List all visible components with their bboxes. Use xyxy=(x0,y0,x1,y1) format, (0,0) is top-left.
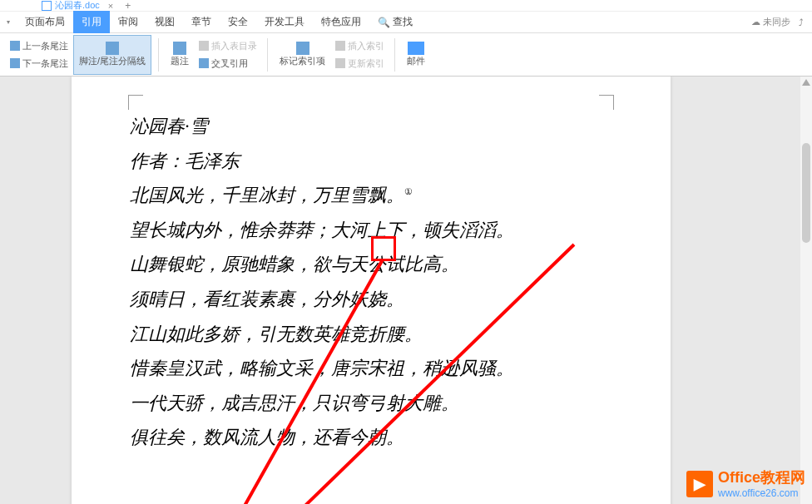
doc-name: 沁园春.doc xyxy=(55,0,100,12)
menu-security[interactable]: 安全 xyxy=(220,11,256,33)
document-page[interactable]: 沁园春·雪 作者：毛泽东 北国风光，千里冰封，万里雪飘。① 望长城内外，惟余莽莽… xyxy=(72,77,671,504)
scroll-thumb[interactable] xyxy=(802,143,810,243)
doc-line: 江山如此多娇，引无数英雄竞折腰。 xyxy=(130,318,612,351)
insert-index-icon xyxy=(335,41,345,51)
doc-line: 北国风光，千里冰封，万里雪飘。① xyxy=(130,179,612,212)
ribbon-separator xyxy=(158,38,159,72)
doc-line: 须晴日，看红装素裹，分外妖娆。 xyxy=(130,283,612,316)
share-icon[interactable]: ⤴ xyxy=(799,17,804,27)
ribbon-separator xyxy=(394,38,395,72)
document-tab[interactable]: 沁园春.doc × xyxy=(42,0,113,12)
caption-icon xyxy=(173,42,186,55)
menu-page-layout[interactable]: 页面布局 xyxy=(17,11,73,33)
sync-status[interactable]: ☁ 未同步 xyxy=(751,16,790,28)
document-content[interactable]: 沁园春·雪 作者：毛泽东 北国风光，千里冰封，万里雪飘。① 望长城内外，惟余莽莽… xyxy=(130,110,612,454)
doc-author: 作者：毛泽东 xyxy=(130,145,612,178)
insert-toc-button[interactable]: 插入表目录 xyxy=(196,38,260,54)
menu-dropdown-icon[interactable]: ▾ xyxy=(0,18,17,26)
status-right: ☁ 未同步 ⤴ xyxy=(751,16,812,28)
margin-corner-tl xyxy=(128,95,143,110)
mail-button[interactable]: 邮件 xyxy=(402,35,430,75)
prev-endnote-button[interactable]: 上一条尾注 xyxy=(7,38,72,54)
search-icon: 🔍 xyxy=(378,17,390,28)
toc-icon xyxy=(199,41,209,51)
doc-icon xyxy=(42,1,52,11)
footnote-separator-button[interactable]: 脚注/尾注分隔线 xyxy=(73,35,151,75)
update-index-icon xyxy=(335,58,345,68)
cross-ref-button[interactable]: 交叉引用 xyxy=(196,56,260,72)
annotation-box-1 xyxy=(371,236,396,261)
title-bar: 沁园春.doc × + xyxy=(0,0,812,12)
tab-close-icon[interactable]: × xyxy=(108,1,113,11)
footnote-mark-inline[interactable]: ① xyxy=(404,186,413,196)
menu-special[interactable]: 特色应用 xyxy=(313,11,369,33)
vertical-scrollbar[interactable] xyxy=(800,77,812,504)
watermark-url: www.office26.com xyxy=(718,487,805,499)
doc-line: 俱往矣，数风流人物，还看今朝。 xyxy=(130,421,612,454)
menu-view[interactable]: 视图 xyxy=(146,11,183,33)
doc-line: 惜秦皇汉武，略输文采，唐宗宋祖，稍逊风骚。 xyxy=(130,352,612,385)
mail-icon xyxy=(408,42,424,55)
watermark-title: Office教程网 xyxy=(718,469,805,487)
doc-title: 沁园春·雪 xyxy=(130,110,612,143)
editor-area: 沁园春·雪 作者：毛泽东 北国风光，千里冰封，万里雪飘。① 望长城内外，惟余莽莽… xyxy=(0,77,812,504)
menu-references[interactable]: 引用 xyxy=(73,11,110,33)
menu-devtools[interactable]: 开发工具 xyxy=(256,11,313,33)
menu-bar: ▾ 页面布局 引用 审阅 视图 章节 安全 开发工具 特色应用 🔍 查找 ☁ 未… xyxy=(0,12,812,33)
menu-review[interactable]: 审阅 xyxy=(110,11,146,33)
new-tab-button[interactable]: + xyxy=(125,0,131,12)
ribbon-group-caption: 题注 插入表目录 交叉引用 xyxy=(162,33,264,76)
caption-button[interactable]: 题注 xyxy=(166,35,194,75)
ribbon-group-mail: 邮件 xyxy=(399,33,433,76)
menu-chapter[interactable]: 章节 xyxy=(183,11,220,33)
next-endnote-icon xyxy=(10,58,20,68)
ribbon-separator xyxy=(267,38,268,72)
watermark: ▶ Office教程网 www.office26.com xyxy=(686,469,805,499)
mark-entry-button[interactable]: 标记索引项 xyxy=(275,35,330,75)
margin-corner-tr xyxy=(599,95,614,110)
ribbon-group-endnotes: 上一条尾注 下一条尾注 脚注/尾注分隔线 xyxy=(3,33,155,76)
footnote-sep-icon xyxy=(106,42,119,55)
doc-line: 一代天骄，成吉思汗，只识弯弓射大雕。 xyxy=(130,387,612,420)
cross-ref-icon xyxy=(199,58,209,68)
ribbon: 上一条尾注 下一条尾注 脚注/尾注分隔线 题注 插入表目录 交叉引用 xyxy=(0,33,812,77)
next-endnote-button[interactable]: 下一条尾注 xyxy=(7,56,72,72)
update-index-button[interactable]: 更新索引 xyxy=(332,56,388,72)
ribbon-group-index: 标记索引项 插入索引 更新索引 xyxy=(271,33,391,76)
menu-search[interactable]: 🔍 查找 xyxy=(369,11,421,33)
insert-index-button[interactable]: 插入索引 xyxy=(332,38,388,54)
mark-entry-icon xyxy=(296,42,309,55)
prev-endnote-icon xyxy=(10,41,20,51)
scroll-up-icon[interactable] xyxy=(802,79,810,86)
watermark-logo: ▶ xyxy=(686,471,713,497)
